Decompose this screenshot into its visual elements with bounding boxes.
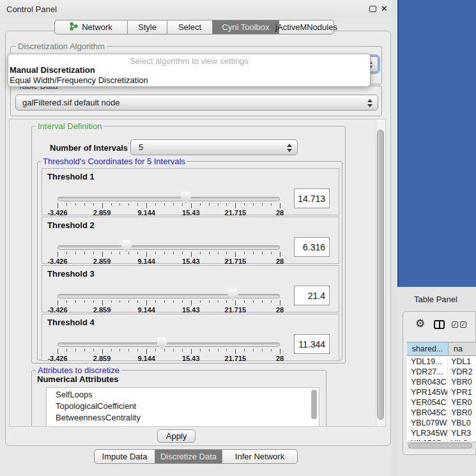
table-row[interactable]: YIL052CYIL0 xyxy=(407,438,476,441)
table-hscrollbar-thumb[interactable] xyxy=(408,443,472,449)
cell-shared-name[interactable]: YER054C xyxy=(407,398,448,407)
table-data-combobox[interactable]: galFiltered.sif default node xyxy=(15,95,378,111)
tick-mark xyxy=(244,349,245,351)
cell-name[interactable]: YBR0 xyxy=(448,378,476,387)
cell-shared-name[interactable]: YDR27... xyxy=(407,367,448,376)
tab-impute-data[interactable]: Impute Data xyxy=(94,449,155,464)
thresholds-group: Threshold's Coordinates for 5 Intervals … xyxy=(37,161,342,360)
tick-mark xyxy=(146,300,147,305)
tick-mark xyxy=(66,252,67,254)
threshold-value-field[interactable]: 6.316 xyxy=(294,237,330,257)
cell-shared-name[interactable]: YIL052C xyxy=(407,439,448,441)
cell-name[interactable]: YBR0 xyxy=(448,408,476,417)
tick-mark xyxy=(102,252,103,257)
list-item[interactable]: TopologicalCoefficient xyxy=(56,401,136,411)
float-window-icon[interactable] xyxy=(369,6,376,12)
numerical-attributes-label: Numerical Attributes xyxy=(37,374,118,384)
tab-discretize-data[interactable]: Discretize Data xyxy=(155,449,222,464)
threshold-value-field[interactable]: 11.344 xyxy=(294,334,330,354)
table-row[interactable]: YBR045CYBR0 xyxy=(407,408,476,418)
cell-shared-name[interactable]: YBL079W xyxy=(407,418,448,427)
cell-name[interactable]: YIL0 xyxy=(448,439,476,441)
cell-shared-name[interactable]: YBR045C xyxy=(407,408,448,417)
cell-name[interactable]: YER0 xyxy=(448,398,476,407)
panel-divider[interactable] xyxy=(392,0,397,476)
cell-shared-name[interactable]: YBR043C xyxy=(407,378,448,387)
list-item[interactable]: SelfLoops xyxy=(56,390,93,399)
cell-shared-name[interactable]: YPR145W xyxy=(407,388,448,397)
cell-name[interactable]: YBL0 xyxy=(448,418,476,427)
threshold-slider-track[interactable] xyxy=(58,342,280,347)
table-panel-title: Table Panel xyxy=(414,295,457,304)
number-of-intervals-combobox[interactable]: 5 xyxy=(130,139,298,155)
tab-style[interactable]: Style xyxy=(128,20,167,35)
table-row[interactable]: YDR27...YDR2 xyxy=(407,367,476,377)
tick-label: 21.715 xyxy=(225,306,247,314)
tick-mark xyxy=(155,349,156,351)
table-body: YDL19...YDL1YDR27...YDR2YBR043CYBR0YPR14… xyxy=(407,357,476,441)
tick-mark xyxy=(93,203,94,206)
tick-mark xyxy=(128,349,129,351)
tick-label: 28 xyxy=(276,355,284,362)
table-row[interactable]: YBR043CYBR0 xyxy=(407,377,476,387)
cell-name[interactable]: YPR1 xyxy=(448,388,476,397)
tick-mark xyxy=(235,349,236,354)
tick-mark xyxy=(75,252,76,254)
tick-label: 9.144 xyxy=(137,257,155,265)
list-scrollbar[interactable] xyxy=(311,390,317,419)
threshold-slider-track[interactable] xyxy=(58,245,280,250)
tick-label: 21.715 xyxy=(225,257,247,265)
threshold-slider-thumb[interactable] xyxy=(121,240,132,252)
tab-network[interactable]: Network xyxy=(54,20,128,35)
tick-mark xyxy=(58,349,58,354)
tab-cyni-toolbox[interactable]: Cyni Toolbox xyxy=(213,20,279,35)
tick-mark xyxy=(155,252,156,254)
dropdown-option-manual-discretization[interactable]: Manual Discretization xyxy=(10,65,95,75)
column-header-name[interactable]: na xyxy=(449,342,476,355)
tick-mark xyxy=(262,203,263,206)
tick-label: 2.859 xyxy=(93,209,111,217)
cell-name[interactable]: YDR2 xyxy=(448,367,476,376)
threshold-slider-thumb[interactable] xyxy=(181,192,191,204)
tab-jactivemnodules[interactable]: jActiveMNodules xyxy=(279,20,334,35)
apply-button[interactable]: Apply xyxy=(157,429,196,443)
checkbox-icon[interactable]: ✓ xyxy=(452,321,458,328)
threshold-slider-thumb[interactable] xyxy=(228,289,238,301)
combo-value: galFiltered.sif default node xyxy=(22,98,119,107)
numerical-attributes-list[interactable]: SelfLoops TopologicalCoefficient Between… xyxy=(46,387,319,427)
cell-name[interactable]: YDL1 xyxy=(448,357,476,366)
table-row[interactable]: YBL079WYBL0 xyxy=(407,418,476,428)
tick-mark xyxy=(75,349,76,351)
table-row[interactable]: YDL19...YDL1 xyxy=(407,357,476,367)
column-layout-icon[interactable] xyxy=(434,320,445,329)
tick-mark xyxy=(218,203,219,206)
list-item[interactable]: BetweennessCentrality xyxy=(56,413,141,422)
tab-select[interactable]: Select xyxy=(167,20,213,35)
threshold-slider-track[interactable] xyxy=(58,294,280,298)
panel-scrollbar-thumb[interactable] xyxy=(377,130,384,420)
checkbox-icon[interactable]: ✓ xyxy=(460,321,466,328)
column-header-shared[interactable]: shared... xyxy=(407,342,449,355)
tick-mark xyxy=(262,300,263,303)
table-row[interactable]: YER054CYER0 xyxy=(407,397,476,408)
tab-infer-network[interactable]: Infer Network xyxy=(222,449,298,464)
tick-mark xyxy=(164,203,165,206)
dropdown-option-equal-width-frequency[interactable]: Equal Width/Frequency Discretization xyxy=(10,75,148,85)
threshold-value-field[interactable]: 14.713 xyxy=(294,188,330,208)
tick-label: 9.144 xyxy=(137,355,155,362)
threshold-value-field[interactable]: 21.4 xyxy=(294,286,330,305)
cell-shared-name[interactable]: YDL19... xyxy=(407,357,448,366)
table-row[interactable]: YLR345WYLR3 xyxy=(407,428,476,438)
tick-label: -3.426 xyxy=(47,257,67,265)
tab-label: Network xyxy=(82,22,112,32)
tick-mark xyxy=(200,349,201,351)
threshold-slider-thumb[interactable] xyxy=(157,337,167,349)
gear-icon[interactable]: ⚙ xyxy=(415,318,425,329)
close-icon[interactable]: ✕ xyxy=(381,4,388,13)
group-title: Attributes to discretize xyxy=(36,366,121,374)
cell-shared-name[interactable]: YLR345W xyxy=(407,429,448,438)
table-row[interactable]: YPR145WYPR1 xyxy=(407,387,476,397)
tick-mark xyxy=(75,203,76,206)
threshold-slider-track[interactable] xyxy=(58,197,280,201)
cell-name[interactable]: YLR3 xyxy=(448,429,476,438)
